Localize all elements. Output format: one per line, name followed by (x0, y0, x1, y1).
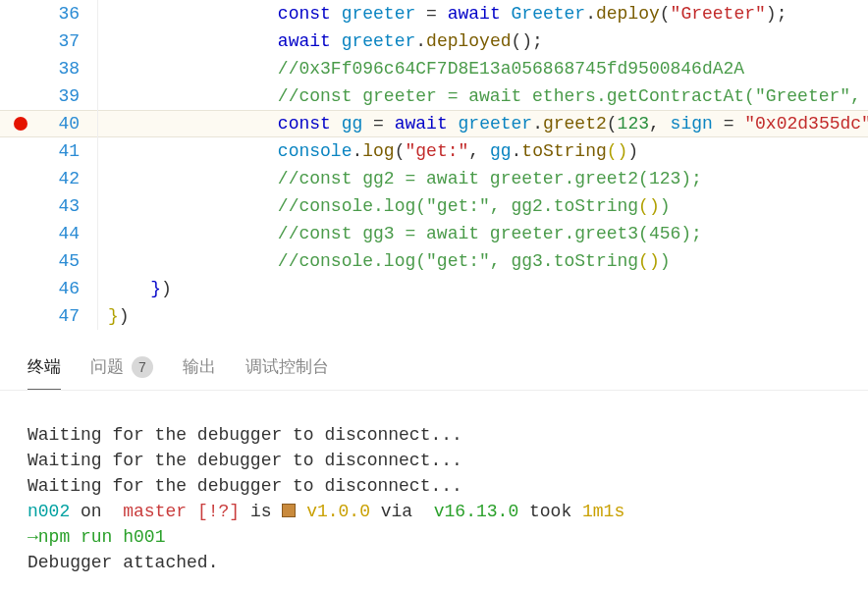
code-token: "Greeter" (671, 4, 766, 24)
code-token (331, 114, 342, 134)
code-token: //console.log("get:", gg2.toString (278, 196, 638, 216)
gutter[interactable]: 37 (0, 27, 98, 55)
code-token: . (352, 141, 362, 161)
code-token: ) (119, 306, 130, 326)
code-token: } (150, 279, 161, 298)
code-content[interactable]: }) (98, 302, 130, 330)
code-content[interactable]: }) (98, 275, 172, 302)
line-number: 43 (58, 192, 80, 220)
code-token: toString (521, 141, 606, 161)
code-token (448, 114, 459, 134)
code-content[interactable]: console.log("get:", gg.toString()) (98, 137, 638, 165)
code-content[interactable]: await greeter.deployed(); (98, 27, 543, 55)
code-token: ); (766, 4, 787, 24)
code-content[interactable]: //console.log("get:", gg3.toString()) (98, 247, 671, 275)
code-token: () (638, 251, 660, 271)
line-number: 40 (58, 110, 80, 137)
code-token (331, 31, 342, 51)
code-token: () (607, 141, 628, 161)
line-number: 42 (58, 165, 80, 192)
code-line[interactable]: 36 const greeter = await Greeter.deploy(… (0, 0, 868, 27)
terminal-line: Waiting for the debugger to disconnect..… (27, 476, 462, 496)
code-line[interactable]: 45 //console.log("get:", gg3.toString()) (0, 247, 868, 275)
gutter[interactable]: 47 (0, 302, 98, 330)
code-token (384, 114, 395, 134)
code-token: Greeter (512, 4, 586, 24)
code-token: await (278, 31, 331, 51)
problems-count-badge: 7 (132, 356, 153, 378)
terminal-output[interactable]: Waiting for the debugger to disconnect..… (0, 391, 868, 589)
code-token: await (448, 4, 501, 24)
code-token: greeter (342, 31, 416, 51)
code-editor[interactable]: 36 const greeter = await Greeter.deploy(… (0, 0, 868, 330)
code-content[interactable]: //0x3Ff096c64CF7D8E13a056868745fd9500846… (98, 55, 744, 82)
code-token: "0x02d355dc" (744, 114, 868, 134)
code-token: deploy (596, 4, 660, 24)
gutter[interactable]: 41 (0, 137, 98, 165)
gutter[interactable]: 39 (0, 82, 98, 110)
code-content[interactable]: //const gg3 = await greeter.greet3(456); (98, 220, 702, 247)
code-content[interactable]: const greeter = await Greeter.deploy("Gr… (98, 0, 787, 27)
code-token: = (426, 4, 437, 24)
code-content[interactable]: const gg = await greeter.greet2(123, sig… (98, 110, 868, 137)
code-token: ( (660, 4, 671, 24)
tab-problems-label: 问题 (90, 355, 124, 378)
code-token: deployed (426, 31, 511, 51)
line-number: 46 (58, 275, 80, 302)
gutter[interactable]: 42 (0, 165, 98, 192)
gutter[interactable]: 38 (0, 55, 98, 82)
code-line[interactable]: 47}) (0, 302, 868, 330)
gutter[interactable]: 46 (0, 275, 98, 302)
gutter[interactable]: 44 (0, 220, 98, 247)
code-token: ) (660, 251, 671, 271)
tab-debug-console[interactable]: 调试控制台 (245, 355, 329, 378)
code-token: ) (660, 196, 671, 216)
tab-terminal-label: 终端 (27, 355, 61, 378)
gutter[interactable]: 40 (0, 110, 98, 137)
code-token: const (278, 4, 331, 24)
code-line[interactable]: 46 }) (0, 275, 868, 302)
gutter[interactable]: 43 (0, 192, 98, 220)
code-token: console (278, 141, 353, 161)
code-line[interactable]: 37 await greeter.deployed(); (0, 27, 868, 55)
code-token: greeter (342, 4, 416, 24)
code-token: , (649, 114, 671, 134)
code-line[interactable]: 41 console.log("get:", gg.toString()) (0, 137, 868, 165)
code-line[interactable]: 43 //console.log("get:", gg2.toString()) (0, 192, 868, 220)
terminal-line: Debugger attached. (27, 553, 218, 572)
code-line[interactable]: 40 const gg = await greeter.greet2(123, … (0, 110, 868, 137)
line-number: 39 (58, 82, 80, 110)
tab-problems[interactable]: 问题 7 (90, 355, 153, 378)
code-line[interactable]: 38 //0x3Ff096c64CF7D8E13a056868745fd9500… (0, 55, 868, 82)
code-token: gg (490, 141, 512, 161)
code-token: 123 (618, 114, 649, 134)
breakpoint-icon[interactable] (14, 117, 27, 131)
code-token: () (638, 196, 660, 216)
code-line[interactable]: 44 //const gg3 = await greeter.greet3(45… (0, 220, 868, 247)
code-content[interactable]: //const greeter = await ethers.getContra… (98, 82, 868, 110)
code-token: gg (342, 114, 363, 134)
panel-tabs: 终端 问题 7 输出 调试控制台 (0, 342, 868, 391)
code-token: await (395, 114, 448, 134)
code-token: ) (161, 279, 172, 298)
gutter[interactable]: 36 (0, 0, 98, 27)
code-token: const (278, 114, 331, 134)
terminal-prompt: n002 on master [!?] is v1.0.0 via v16.13… (27, 502, 624, 521)
code-token: greeter (459, 114, 533, 134)
code-content[interactable]: //console.log("get:", gg2.toString()) (98, 192, 671, 220)
code-line[interactable]: 39 //const greeter = await ethers.getCon… (0, 82, 868, 110)
tab-terminal[interactable]: 终端 (27, 355, 61, 378)
code-token (415, 4, 426, 24)
code-token: ) (627, 141, 638, 161)
line-number: 38 (58, 55, 80, 82)
code-token: = (724, 114, 734, 134)
tab-debug-console-label: 调试控制台 (245, 355, 329, 378)
code-token: . (415, 31, 426, 51)
code-content[interactable]: //const gg2 = await greeter.greet2(123); (98, 165, 702, 192)
gutter[interactable]: 45 (0, 247, 98, 275)
line-number: 44 (58, 220, 80, 247)
code-token: //0x3Ff096c64CF7D8E13a056868745fd9500846… (278, 59, 744, 79)
terminal-blank (27, 578, 38, 589)
code-line[interactable]: 42 //const gg2 = await greeter.greet2(12… (0, 165, 868, 192)
tab-output[interactable]: 输出 (183, 355, 216, 378)
